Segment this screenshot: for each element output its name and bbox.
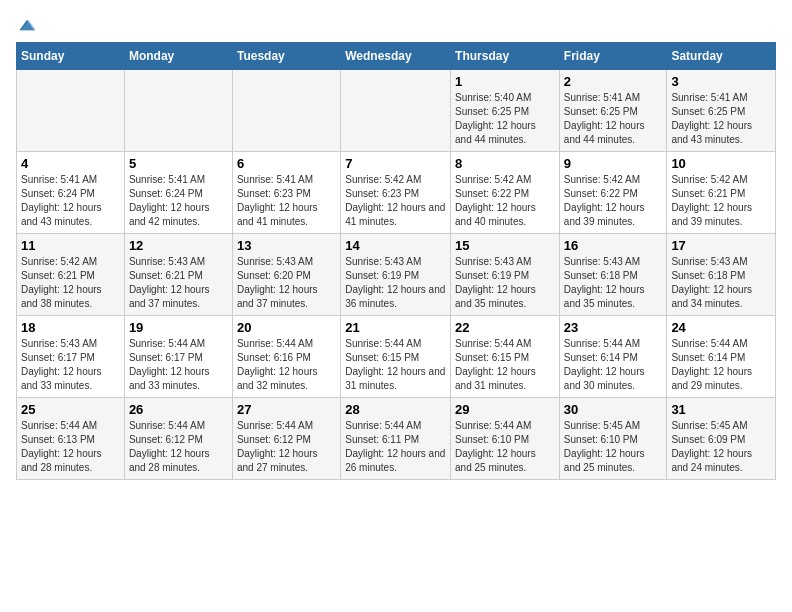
page-header bbox=[16, 16, 776, 30]
day-info: Sunrise: 5:43 AMSunset: 6:19 PMDaylight:… bbox=[455, 255, 555, 311]
day-number: 12 bbox=[129, 238, 228, 253]
day-number: 3 bbox=[671, 74, 771, 89]
day-number: 13 bbox=[237, 238, 336, 253]
calendar-cell bbox=[124, 70, 232, 152]
weekday-header-friday: Friday bbox=[559, 43, 667, 70]
calendar-cell: 8Sunrise: 5:42 AMSunset: 6:22 PMDaylight… bbox=[451, 152, 560, 234]
logo-icon bbox=[18, 16, 36, 34]
day-info: Sunrise: 5:42 AMSunset: 6:22 PMDaylight:… bbox=[564, 173, 663, 229]
day-number: 11 bbox=[21, 238, 120, 253]
day-info: Sunrise: 5:43 AMSunset: 6:18 PMDaylight:… bbox=[564, 255, 663, 311]
day-info: Sunrise: 5:42 AMSunset: 6:21 PMDaylight:… bbox=[671, 173, 771, 229]
day-number: 1 bbox=[455, 74, 555, 89]
day-number: 25 bbox=[21, 402, 120, 417]
day-info: Sunrise: 5:41 AMSunset: 6:23 PMDaylight:… bbox=[237, 173, 336, 229]
day-info: Sunrise: 5:44 AMSunset: 6:12 PMDaylight:… bbox=[237, 419, 336, 475]
calendar-cell: 21Sunrise: 5:44 AMSunset: 6:15 PMDayligh… bbox=[341, 316, 451, 398]
day-number: 5 bbox=[129, 156, 228, 171]
day-number: 29 bbox=[455, 402, 555, 417]
day-number: 22 bbox=[455, 320, 555, 335]
day-info: Sunrise: 5:44 AMSunset: 6:12 PMDaylight:… bbox=[129, 419, 228, 475]
calendar-cell: 4Sunrise: 5:41 AMSunset: 6:24 PMDaylight… bbox=[17, 152, 125, 234]
logo bbox=[16, 16, 36, 30]
day-info: Sunrise: 5:41 AMSunset: 6:24 PMDaylight:… bbox=[21, 173, 120, 229]
calendar-cell: 14Sunrise: 5:43 AMSunset: 6:19 PMDayligh… bbox=[341, 234, 451, 316]
day-number: 21 bbox=[345, 320, 446, 335]
day-info: Sunrise: 5:42 AMSunset: 6:22 PMDaylight:… bbox=[455, 173, 555, 229]
calendar-cell: 31Sunrise: 5:45 AMSunset: 6:09 PMDayligh… bbox=[667, 398, 776, 480]
calendar-cell: 20Sunrise: 5:44 AMSunset: 6:16 PMDayligh… bbox=[232, 316, 340, 398]
day-number: 24 bbox=[671, 320, 771, 335]
calendar-cell: 11Sunrise: 5:42 AMSunset: 6:21 PMDayligh… bbox=[17, 234, 125, 316]
day-number: 17 bbox=[671, 238, 771, 253]
day-number: 26 bbox=[129, 402, 228, 417]
day-info: Sunrise: 5:44 AMSunset: 6:16 PMDaylight:… bbox=[237, 337, 336, 393]
weekday-header-sunday: Sunday bbox=[17, 43, 125, 70]
calendar-cell: 26Sunrise: 5:44 AMSunset: 6:12 PMDayligh… bbox=[124, 398, 232, 480]
day-info: Sunrise: 5:43 AMSunset: 6:21 PMDaylight:… bbox=[129, 255, 228, 311]
calendar-cell: 18Sunrise: 5:43 AMSunset: 6:17 PMDayligh… bbox=[17, 316, 125, 398]
day-number: 20 bbox=[237, 320, 336, 335]
day-number: 23 bbox=[564, 320, 663, 335]
calendar-cell: 30Sunrise: 5:45 AMSunset: 6:10 PMDayligh… bbox=[559, 398, 667, 480]
day-number: 30 bbox=[564, 402, 663, 417]
calendar-cell: 29Sunrise: 5:44 AMSunset: 6:10 PMDayligh… bbox=[451, 398, 560, 480]
day-info: Sunrise: 5:41 AMSunset: 6:25 PMDaylight:… bbox=[564, 91, 663, 147]
calendar-cell: 27Sunrise: 5:44 AMSunset: 6:12 PMDayligh… bbox=[232, 398, 340, 480]
day-info: Sunrise: 5:43 AMSunset: 6:18 PMDaylight:… bbox=[671, 255, 771, 311]
day-number: 2 bbox=[564, 74, 663, 89]
calendar-cell: 17Sunrise: 5:43 AMSunset: 6:18 PMDayligh… bbox=[667, 234, 776, 316]
day-number: 18 bbox=[21, 320, 120, 335]
day-info: Sunrise: 5:41 AMSunset: 6:24 PMDaylight:… bbox=[129, 173, 228, 229]
weekday-header-saturday: Saturday bbox=[667, 43, 776, 70]
day-number: 8 bbox=[455, 156, 555, 171]
calendar-cell: 2Sunrise: 5:41 AMSunset: 6:25 PMDaylight… bbox=[559, 70, 667, 152]
calendar-cell: 19Sunrise: 5:44 AMSunset: 6:17 PMDayligh… bbox=[124, 316, 232, 398]
calendar-cell bbox=[232, 70, 340, 152]
day-number: 28 bbox=[345, 402, 446, 417]
day-number: 15 bbox=[455, 238, 555, 253]
day-info: Sunrise: 5:41 AMSunset: 6:25 PMDaylight:… bbox=[671, 91, 771, 147]
day-info: Sunrise: 5:43 AMSunset: 6:17 PMDaylight:… bbox=[21, 337, 120, 393]
calendar-cell: 22Sunrise: 5:44 AMSunset: 6:15 PMDayligh… bbox=[451, 316, 560, 398]
day-info: Sunrise: 5:40 AMSunset: 6:25 PMDaylight:… bbox=[455, 91, 555, 147]
calendar-cell: 7Sunrise: 5:42 AMSunset: 6:23 PMDaylight… bbox=[341, 152, 451, 234]
calendar-cell: 3Sunrise: 5:41 AMSunset: 6:25 PMDaylight… bbox=[667, 70, 776, 152]
day-info: Sunrise: 5:42 AMSunset: 6:21 PMDaylight:… bbox=[21, 255, 120, 311]
day-number: 6 bbox=[237, 156, 336, 171]
calendar-cell: 10Sunrise: 5:42 AMSunset: 6:21 PMDayligh… bbox=[667, 152, 776, 234]
calendar-cell: 9Sunrise: 5:42 AMSunset: 6:22 PMDaylight… bbox=[559, 152, 667, 234]
calendar-cell: 28Sunrise: 5:44 AMSunset: 6:11 PMDayligh… bbox=[341, 398, 451, 480]
day-info: Sunrise: 5:44 AMSunset: 6:10 PMDaylight:… bbox=[455, 419, 555, 475]
day-number: 16 bbox=[564, 238, 663, 253]
calendar-cell: 15Sunrise: 5:43 AMSunset: 6:19 PMDayligh… bbox=[451, 234, 560, 316]
day-info: Sunrise: 5:44 AMSunset: 6:13 PMDaylight:… bbox=[21, 419, 120, 475]
calendar-cell bbox=[17, 70, 125, 152]
calendar-cell bbox=[341, 70, 451, 152]
calendar-cell: 24Sunrise: 5:44 AMSunset: 6:14 PMDayligh… bbox=[667, 316, 776, 398]
calendar-cell: 23Sunrise: 5:44 AMSunset: 6:14 PMDayligh… bbox=[559, 316, 667, 398]
day-info: Sunrise: 5:45 AMSunset: 6:10 PMDaylight:… bbox=[564, 419, 663, 475]
weekday-header-monday: Monday bbox=[124, 43, 232, 70]
day-number: 4 bbox=[21, 156, 120, 171]
day-info: Sunrise: 5:44 AMSunset: 6:11 PMDaylight:… bbox=[345, 419, 446, 475]
calendar-cell: 13Sunrise: 5:43 AMSunset: 6:20 PMDayligh… bbox=[232, 234, 340, 316]
day-number: 27 bbox=[237, 402, 336, 417]
calendar-cell: 12Sunrise: 5:43 AMSunset: 6:21 PMDayligh… bbox=[124, 234, 232, 316]
calendar-cell: 5Sunrise: 5:41 AMSunset: 6:24 PMDaylight… bbox=[124, 152, 232, 234]
day-number: 31 bbox=[671, 402, 771, 417]
weekday-header-thursday: Thursday bbox=[451, 43, 560, 70]
day-number: 19 bbox=[129, 320, 228, 335]
day-info: Sunrise: 5:44 AMSunset: 6:14 PMDaylight:… bbox=[564, 337, 663, 393]
day-number: 14 bbox=[345, 238, 446, 253]
day-info: Sunrise: 5:43 AMSunset: 6:20 PMDaylight:… bbox=[237, 255, 336, 311]
day-info: Sunrise: 5:44 AMSunset: 6:15 PMDaylight:… bbox=[345, 337, 446, 393]
calendar-cell: 1Sunrise: 5:40 AMSunset: 6:25 PMDaylight… bbox=[451, 70, 560, 152]
calendar-cell: 6Sunrise: 5:41 AMSunset: 6:23 PMDaylight… bbox=[232, 152, 340, 234]
day-number: 9 bbox=[564, 156, 663, 171]
day-info: Sunrise: 5:44 AMSunset: 6:14 PMDaylight:… bbox=[671, 337, 771, 393]
calendar-cell: 16Sunrise: 5:43 AMSunset: 6:18 PMDayligh… bbox=[559, 234, 667, 316]
day-info: Sunrise: 5:44 AMSunset: 6:15 PMDaylight:… bbox=[455, 337, 555, 393]
calendar-cell: 25Sunrise: 5:44 AMSunset: 6:13 PMDayligh… bbox=[17, 398, 125, 480]
day-number: 7 bbox=[345, 156, 446, 171]
